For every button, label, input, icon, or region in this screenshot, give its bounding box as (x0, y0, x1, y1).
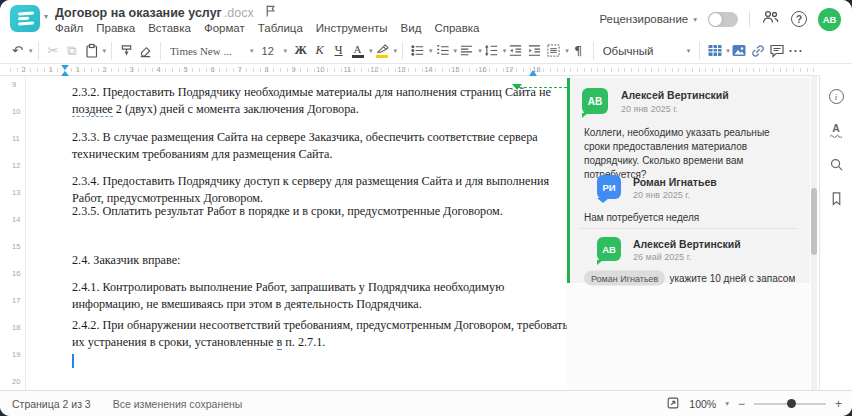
zoom-slider[interactable] (754, 399, 826, 409)
font-color-button[interactable]: А (348, 40, 367, 62)
paragraph-2-4[interactable]: 2.4. Заказчик вправе: (72, 252, 180, 269)
chevron-down-icon: ▾ (693, 15, 697, 24)
insert-table-button[interactable] (705, 40, 724, 62)
menu-item[interactable]: Вид (401, 22, 422, 34)
ruler-number: 12 (361, 64, 388, 76)
first-line-indent-marker[interactable] (61, 65, 69, 70)
paragraph-line: техническим требованиям для размещения С… (72, 146, 538, 163)
paragraph-2-3-3[interactable]: 2.3.3. В случае размещения Сайта на серв… (72, 129, 538, 164)
menu-item[interactable]: Справка (434, 22, 479, 34)
increase-indent-button[interactable] (525, 40, 544, 62)
page-counter[interactable]: Страница 2 из 3 (12, 398, 91, 410)
toolbar: ↶ ▾ ✂ ⧉ ▾ Times New ... ▾ 12 ▾ (0, 38, 852, 64)
mention-chip[interactable]: Роман Игнатьев (584, 271, 665, 286)
undo-button[interactable]: ↶ (8, 40, 27, 62)
clear-style-eraser-button[interactable] (136, 40, 155, 62)
ruler-number: 15 (10, 242, 25, 269)
toolbar-more-button[interactable]: ··· (787, 40, 806, 62)
zoom-level-value[interactable]: 100% (689, 398, 716, 410)
help-icon[interactable]: ? (791, 11, 807, 27)
collaboration-users-icon[interactable] (761, 9, 780, 29)
review-mode-button[interactable]: Рецензирование ▾ (599, 13, 697, 25)
menu-item[interactable]: Формат (204, 22, 245, 34)
search-icon[interactable] (828, 156, 845, 173)
highlight-caret-icon[interactable]: ▾ (394, 47, 398, 55)
menu-item[interactable]: Вставка (148, 22, 191, 34)
font-size-value: 12 (262, 45, 278, 57)
status-bar: Страница 2 из 3 Все изменения сохранены … (0, 390, 852, 416)
bold-button[interactable]: Ж (291, 40, 310, 62)
bookmark-icon[interactable] (828, 190, 845, 207)
user-avatar[interactable]: АВ (818, 8, 841, 31)
underline-button[interactable]: Ч (329, 40, 348, 62)
document-extension: .docx (224, 6, 254, 20)
fit-width-icon[interactable] (666, 396, 680, 412)
ruler-number: 19 (10, 350, 25, 377)
paragraph-line: 2.3.4. Предоставить Подрядчику доступ к … (72, 173, 549, 190)
copy-button[interactable]: ⧉ (63, 40, 82, 62)
comment-thread-card[interactable]: АВ Алексей Вертинский 20 янв 2025 г. Кол… (567, 78, 810, 283)
ruler-number: 18 (10, 323, 25, 350)
comment-author: Алексей Вертинский (633, 238, 741, 250)
commented-text[interactable]: позднее (72, 102, 113, 117)
comment-avatar: РИ (597, 175, 621, 199)
ruler-number: 7 (226, 64, 253, 76)
ruler-number: 14 (415, 64, 442, 76)
comment-author: Роман Игнатьев (633, 176, 717, 188)
document-title: Договор на оказание услуг (55, 6, 222, 20)
paragraph-2-3-5[interactable]: 2.3.5. Оплатить результат Работ в порядк… (72, 203, 503, 220)
menu-item[interactable]: Правка (96, 22, 135, 34)
ruler-number: 10 (10, 107, 25, 134)
highlight-color-button[interactable] (373, 40, 392, 62)
insert-image-button[interactable] (730, 40, 749, 62)
style-caret-icon: ▾ (687, 47, 691, 55)
menu-item[interactable]: Таблица (258, 22, 303, 34)
zoom-controls: 100% ▾ − + (666, 396, 842, 412)
zoom-caret-icon[interactable]: ▾ (725, 399, 729, 408)
paste-caret-icon[interactable]: ▾ (103, 47, 107, 55)
ruler-number: 12 (10, 161, 25, 188)
ruler-number: 1 (37, 64, 64, 76)
paragraph-2-4-1[interactable]: 2.4.1. Контролировать выполнение Работ, … (72, 279, 504, 314)
font-size-select[interactable]: 12 ▾ (258, 41, 292, 61)
app-logo-icon[interactable] (10, 5, 40, 32)
paragraph-2-3-2[interactable]: 2.3.2. Предоставить Подрядчику необходим… (72, 84, 551, 119)
comment-avatar: АВ (597, 237, 621, 261)
undo-caret-icon[interactable]: ▾ (29, 47, 33, 55)
spellcheck-icon[interactable]: А (828, 122, 845, 139)
paragraph-line: информацию, не вмешиваясь при этом в дея… (72, 296, 504, 313)
line-spacing-button[interactable] (482, 40, 501, 62)
decrease-indent-button[interactable] (506, 40, 525, 62)
document-title-row: Договор на оказание услуг .docx (55, 4, 277, 21)
align-left-button[interactable] (457, 40, 476, 62)
menu-item[interactable]: Инструменты (316, 22, 388, 34)
font-name-select[interactable]: Times New ... ▾ (166, 41, 258, 61)
ruler-number: 13 (10, 188, 25, 215)
comment-body: Коллеги, необходимо указать реальные сро… (584, 126, 796, 182)
bullet-list-button[interactable] (408, 40, 427, 62)
app-menu-caret-icon[interactable]: ▾ (44, 12, 48, 21)
comment-divider (580, 228, 798, 229)
ruler-number: 10 (307, 64, 334, 76)
favorite-flag-icon[interactable] (264, 4, 277, 21)
italic-button[interactable]: К (310, 40, 329, 62)
numbered-list-button[interactable] (433, 40, 452, 62)
document-info-icon[interactable]: i (828, 88, 845, 105)
paragraph-line: 2.3.2. Предоставить Подрядчику необходим… (72, 84, 551, 101)
paste-button[interactable] (82, 40, 101, 62)
format-painter-button[interactable] (117, 40, 136, 62)
insert-comment-button[interactable] (768, 40, 787, 62)
nonprinting-chars-button[interactable]: ¶ (569, 40, 588, 62)
zoom-out-button[interactable]: − (738, 397, 745, 411)
paragraph-shading-button[interactable] (544, 40, 563, 62)
zoom-slider-knob[interactable] (787, 399, 796, 408)
ruler-number: 4 (145, 64, 172, 76)
scrollbar-thumb[interactable] (811, 188, 817, 255)
zoom-in-button[interactable]: + (835, 397, 842, 411)
paragraph-style-select[interactable]: Обычный ▾ (599, 41, 695, 61)
review-toggle[interactable] (708, 12, 738, 27)
cut-button[interactable]: ✂ (44, 40, 63, 62)
paragraph-2-4-2[interactable]: 2.4.2. При обнаружении несоответствий тр… (72, 317, 568, 352)
menu-item[interactable]: Файл (55, 22, 83, 34)
insert-link-button[interactable] (749, 40, 768, 62)
